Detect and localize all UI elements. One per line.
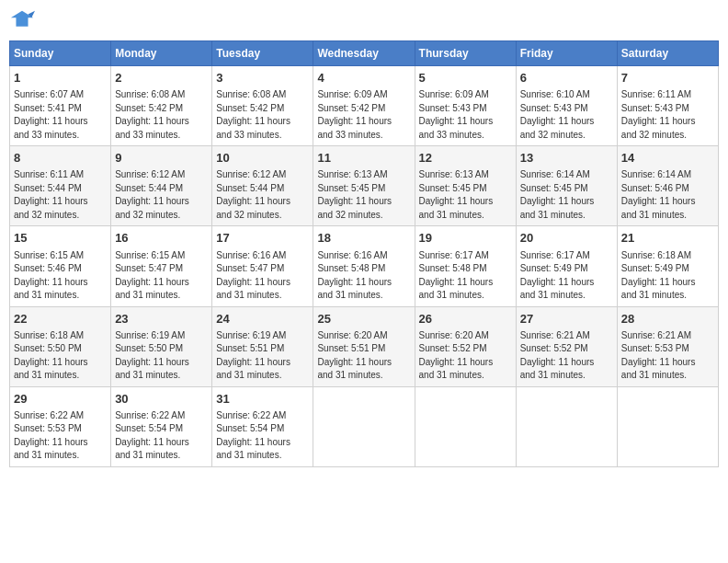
day-number: 18 <box>317 230 410 247</box>
day-info: Sunrise: 6:21 AMSunset: 5:53 PMDaylight:… <box>621 329 714 383</box>
day-info: Sunrise: 6:19 AMSunset: 5:50 PMDaylight:… <box>115 329 208 383</box>
day-info: Sunrise: 6:19 AMSunset: 5:51 PMDaylight:… <box>216 329 309 383</box>
day-number: 28 <box>621 311 714 327</box>
calendar-day-cell: 30Sunrise: 6:22 AMSunset: 5:54 PMDayligh… <box>111 386 212 466</box>
day-info: Sunrise: 6:12 AMSunset: 5:44 PMDaylight:… <box>216 168 309 222</box>
calendar-day-cell: 11Sunrise: 6:13 AMSunset: 5:45 PMDayligh… <box>313 146 415 226</box>
day-info: Sunrise: 6:08 AMSunset: 5:42 PMDaylight:… <box>115 88 208 142</box>
day-number: 16 <box>115 230 208 247</box>
calendar-header-row: SundayMondayTuesdayWednesdayThursdayFrid… <box>10 41 719 66</box>
calendar-day-cell: 23Sunrise: 6:19 AMSunset: 5:50 PMDayligh… <box>111 306 212 386</box>
calendar-day-cell: 22Sunrise: 6:18 AMSunset: 5:50 PMDayligh… <box>10 306 111 386</box>
day-number: 1 <box>14 70 107 86</box>
calendar-header-cell: Sunday <box>10 41 111 66</box>
day-number: 23 <box>115 311 208 327</box>
day-info: Sunrise: 6:20 AMSunset: 5:51 PMDaylight:… <box>317 329 410 383</box>
logo-bird-icon <box>9 9 35 35</box>
calendar-header-cell: Saturday <box>617 41 718 66</box>
day-number: 5 <box>419 70 512 86</box>
day-number: 12 <box>419 150 512 167</box>
day-number: 8 <box>14 150 107 167</box>
day-info: Sunrise: 6:18 AMSunset: 5:49 PMDaylight:… <box>621 249 714 303</box>
day-number: 4 <box>317 70 410 86</box>
day-info: Sunrise: 6:13 AMSunset: 5:45 PMDaylight:… <box>317 168 410 222</box>
day-number: 25 <box>317 311 410 327</box>
calendar-day-cell: 13Sunrise: 6:14 AMSunset: 5:45 PMDayligh… <box>516 146 617 226</box>
day-info: Sunrise: 6:07 AMSunset: 5:41 PMDaylight:… <box>14 88 107 142</box>
day-number: 15 <box>14 230 107 247</box>
day-info: Sunrise: 6:09 AMSunset: 5:43 PMDaylight:… <box>419 88 512 142</box>
day-number: 30 <box>115 391 208 408</box>
calendar-day-cell: 2Sunrise: 6:08 AMSunset: 5:42 PMDaylight… <box>111 66 212 146</box>
day-info: Sunrise: 6:15 AMSunset: 5:47 PMDaylight:… <box>115 249 208 303</box>
day-info: Sunrise: 6:14 AMSunset: 5:45 PMDaylight:… <box>520 168 613 222</box>
day-number: 2 <box>115 70 208 86</box>
calendar-body: 1Sunrise: 6:07 AMSunset: 5:41 PMDaylight… <box>10 66 719 467</box>
svg-marker-0 <box>11 11 33 27</box>
logo <box>9 9 39 35</box>
calendar-day-cell: 6Sunrise: 6:10 AMSunset: 5:43 PMDaylight… <box>516 66 617 146</box>
day-info: Sunrise: 6:17 AMSunset: 5:48 PMDaylight:… <box>419 249 512 303</box>
calendar-day-cell: 17Sunrise: 6:16 AMSunset: 5:47 PMDayligh… <box>212 226 313 306</box>
calendar-day-cell: 3Sunrise: 6:08 AMSunset: 5:42 PMDaylight… <box>212 66 313 146</box>
calendar-day-cell: 21Sunrise: 6:18 AMSunset: 5:49 PMDayligh… <box>617 226 718 306</box>
day-info: Sunrise: 6:22 AMSunset: 5:54 PMDaylight:… <box>115 409 208 463</box>
calendar-week-row: 22Sunrise: 6:18 AMSunset: 5:50 PMDayligh… <box>10 306 719 386</box>
day-number: 11 <box>317 150 410 167</box>
calendar-header-cell: Tuesday <box>212 41 313 66</box>
day-number: 19 <box>419 230 512 247</box>
day-number: 24 <box>216 311 309 327</box>
day-number: 27 <box>520 311 613 327</box>
day-number: 21 <box>621 230 714 247</box>
day-info: Sunrise: 6:17 AMSunset: 5:49 PMDaylight:… <box>520 249 613 303</box>
calendar-table: SundayMondayTuesdayWednesdayThursdayFrid… <box>9 40 719 467</box>
day-number: 14 <box>621 150 714 167</box>
calendar-day-cell: 25Sunrise: 6:20 AMSunset: 5:51 PMDayligh… <box>313 306 415 386</box>
day-info: Sunrise: 6:22 AMSunset: 5:54 PMDaylight:… <box>216 409 309 463</box>
day-number: 13 <box>520 150 613 167</box>
calendar-day-cell: 20Sunrise: 6:17 AMSunset: 5:49 PMDayligh… <box>516 226 617 306</box>
calendar-day-cell: 31Sunrise: 6:22 AMSunset: 5:54 PMDayligh… <box>212 386 313 466</box>
header <box>9 9 719 35</box>
day-number: 3 <box>216 70 309 86</box>
day-info: Sunrise: 6:11 AMSunset: 5:44 PMDaylight:… <box>14 168 107 222</box>
day-info: Sunrise: 6:12 AMSunset: 5:44 PMDaylight:… <box>115 168 208 222</box>
day-number: 6 <box>520 70 613 86</box>
calendar-day-cell: 24Sunrise: 6:19 AMSunset: 5:51 PMDayligh… <box>212 306 313 386</box>
calendar-day-cell: 28Sunrise: 6:21 AMSunset: 5:53 PMDayligh… <box>617 306 718 386</box>
calendar-day-cell <box>415 386 516 466</box>
day-info: Sunrise: 6:13 AMSunset: 5:45 PMDaylight:… <box>419 168 512 222</box>
day-info: Sunrise: 6:21 AMSunset: 5:52 PMDaylight:… <box>520 329 613 383</box>
calendar-day-cell: 1Sunrise: 6:07 AMSunset: 5:41 PMDaylight… <box>10 66 111 146</box>
day-info: Sunrise: 6:16 AMSunset: 5:48 PMDaylight:… <box>317 249 410 303</box>
calendar-header-cell: Friday <box>516 41 617 66</box>
calendar-day-cell: 15Sunrise: 6:15 AMSunset: 5:46 PMDayligh… <box>10 226 111 306</box>
day-info: Sunrise: 6:22 AMSunset: 5:53 PMDaylight:… <box>14 409 107 463</box>
calendar-week-row: 29Sunrise: 6:22 AMSunset: 5:53 PMDayligh… <box>10 386 719 466</box>
day-info: Sunrise: 6:10 AMSunset: 5:43 PMDaylight:… <box>520 88 613 142</box>
day-number: 17 <box>216 230 309 247</box>
calendar-week-row: 8Sunrise: 6:11 AMSunset: 5:44 PMDaylight… <box>10 146 719 226</box>
calendar-week-row: 15Sunrise: 6:15 AMSunset: 5:46 PMDayligh… <box>10 226 719 306</box>
day-number: 29 <box>14 391 107 408</box>
calendar-day-cell: 18Sunrise: 6:16 AMSunset: 5:48 PMDayligh… <box>313 226 415 306</box>
day-number: 7 <box>621 70 714 86</box>
calendar-header-cell: Wednesday <box>313 41 415 66</box>
calendar-day-cell <box>617 386 718 466</box>
calendar-day-cell: 7Sunrise: 6:11 AMSunset: 5:43 PMDaylight… <box>617 66 718 146</box>
calendar-day-cell: 5Sunrise: 6:09 AMSunset: 5:43 PMDaylight… <box>415 66 516 146</box>
calendar-day-cell: 19Sunrise: 6:17 AMSunset: 5:48 PMDayligh… <box>415 226 516 306</box>
day-number: 20 <box>520 230 613 247</box>
day-info: Sunrise: 6:09 AMSunset: 5:42 PMDaylight:… <box>317 88 410 142</box>
calendar-day-cell: 16Sunrise: 6:15 AMSunset: 5:47 PMDayligh… <box>111 226 212 306</box>
day-number: 31 <box>216 391 309 408</box>
calendar-day-cell: 12Sunrise: 6:13 AMSunset: 5:45 PMDayligh… <box>415 146 516 226</box>
day-number: 10 <box>216 150 309 167</box>
calendar-day-cell: 8Sunrise: 6:11 AMSunset: 5:44 PMDaylight… <box>10 146 111 226</box>
calendar-day-cell: 29Sunrise: 6:22 AMSunset: 5:53 PMDayligh… <box>10 386 111 466</box>
calendar-day-cell: 4Sunrise: 6:09 AMSunset: 5:42 PMDaylight… <box>313 66 415 146</box>
day-number: 22 <box>14 311 107 327</box>
day-info: Sunrise: 6:18 AMSunset: 5:50 PMDaylight:… <box>14 329 107 383</box>
calendar-header-cell: Thursday <box>415 41 516 66</box>
calendar-week-row: 1Sunrise: 6:07 AMSunset: 5:41 PMDaylight… <box>10 66 719 146</box>
